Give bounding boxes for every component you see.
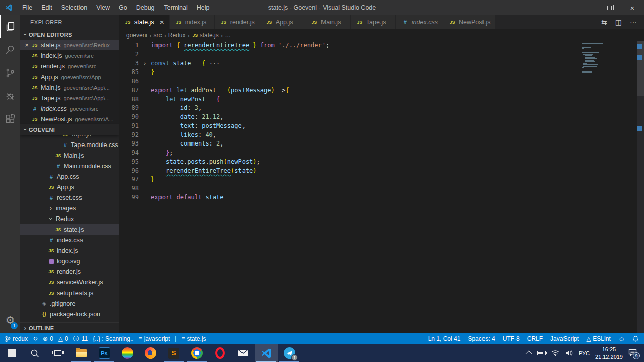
line-number[interactable]: 85 [119, 68, 139, 77]
tree-item-.gitignore[interactable]: ◈.gitignore [20, 298, 119, 309]
code-line[interactable]: 87export let addPost = (postMessage) =>{ [119, 86, 644, 95]
open-editor-item[interactable]: #index.cssgoeveni\src [20, 103, 119, 114]
open-editor-item[interactable]: JSTape.jsgoeveni\src\App\... [20, 93, 119, 103]
battery-icon[interactable] [537, 351, 546, 355]
line-number[interactable]: 92 [119, 131, 139, 140]
tree-item-logo.svg[interactable]: logo.svg [20, 256, 119, 266]
status-sync[interactable]: ↻ [33, 336, 38, 342]
project-folder-header[interactable]: › GOEVENI [20, 124, 119, 135]
taskbar-start[interactable] [0, 344, 23, 362]
tree-item-state.js[interactable]: JSstate.js [20, 224, 119, 235]
tab-app.js[interactable]: JSApp.js [260, 15, 305, 29]
line-number[interactable]: 3 [119, 59, 139, 68]
tab-index.js[interactable]: JSindex.js [170, 15, 215, 29]
tab-close-icon[interactable]: × [160, 18, 164, 26]
open-editor-item[interactable]: ×JSstate.jsgoeveni\src\Redux [20, 40, 119, 50]
menu-edit[interactable]: Edit [37, 0, 57, 15]
open-editor-item[interactable]: JSApp.jsgoeveni\src\App [20, 71, 119, 82]
search-icon[interactable] [0, 38, 20, 61]
line-number[interactable]: 87 [119, 86, 139, 95]
line-number[interactable]: 88 [119, 95, 139, 104]
line-number[interactable]: 1 [119, 41, 139, 50]
open-editor-item[interactable]: JSNewPost.jsgoeveni\src\A... [20, 114, 119, 124]
menu-file[interactable]: File [18, 0, 37, 15]
status-text[interactable]: Ln 1, Col 41 [428, 335, 461, 342]
code-line[interactable]: 2 [119, 50, 644, 59]
tab-index.css[interactable]: #index.css [396, 15, 443, 29]
tree-item-package.json[interactable]: {}package.json [20, 319, 119, 322]
line-number[interactable]: 98 [119, 184, 139, 193]
code-line[interactable]: 90 date: 21.12, [119, 113, 644, 122]
line-number[interactable]: 94 [119, 149, 139, 158]
scrollbar-track[interactable] [637, 41, 644, 333]
tree-folder-redux[interactable]: ›Redux [20, 213, 119, 224]
tree-item-main.js[interactable]: JSMain.js [20, 150, 119, 161]
status-bell[interactable] [632, 335, 639, 342]
line-number[interactable]: 91 [119, 122, 139, 131]
line-number[interactable]: 89 [119, 104, 139, 113]
settings-gear-icon[interactable]: ⚙1 [0, 310, 20, 330]
tray-expand-icon[interactable] [526, 351, 532, 357]
restore-button[interactable] [598, 0, 621, 15]
menu-terminal[interactable]: Terminal [159, 0, 192, 15]
source-control-icon[interactable] [0, 61, 20, 85]
tab-render.js[interactable]: JSrender.js [215, 15, 260, 29]
code-line[interactable]: 97} [119, 175, 644, 184]
line-number[interactable]: 90 [119, 113, 139, 122]
explorer-icon[interactable] [0, 15, 20, 38]
taskbar-photoshop[interactable]: Ps [93, 344, 116, 362]
status-text[interactable]: CRLF [527, 335, 543, 342]
code-line[interactable]: 88 let newPost = { [119, 95, 644, 104]
tab-tape.js[interactable]: JSTape.js [351, 15, 396, 29]
status-error-0[interactable]: ⊗0 [43, 335, 53, 342]
line-number[interactable]: 2 [119, 50, 139, 59]
breadcrumb-item[interactable]: JSstate.js [192, 32, 219, 39]
status-text[interactable]: Spaces: 4 [468, 335, 495, 342]
tab-newpost.js[interactable]: JSNewPost.js [443, 15, 496, 29]
tree-item-setuptests.js[interactable]: JSsetupTests.js [20, 287, 119, 298]
code-line[interactable]: 3›const state = { ··· [119, 59, 644, 68]
tree-item-index.js[interactable]: JSindex.js [20, 245, 119, 256]
breadcrumb-item[interactable]: Redux [168, 32, 186, 39]
tree-item-package-lock.json[interactable]: {}package-lock.json [20, 309, 119, 319]
taskbar-color-app[interactable] [116, 344, 139, 362]
extensions-icon[interactable] [0, 108, 20, 131]
debug-icon[interactable] [0, 85, 20, 108]
line-number[interactable]: 97 [119, 175, 139, 184]
code-line[interactable]: 94 }; [119, 149, 644, 158]
code-line[interactable]: 1import { rerenderEntireTree } from './.… [119, 41, 644, 50]
status-text[interactable]: JavaScript [550, 335, 579, 342]
menu-go[interactable]: Go [114, 0, 132, 15]
code-editor[interactable]: 1import { rerenderEntireTree } from './.… [119, 41, 644, 333]
breadcrumb-item[interactable]: … [225, 32, 231, 39]
code-line[interactable]: 95 state.posts.push(newPost); [119, 158, 644, 167]
tree-item-app.css[interactable]: #App.css [20, 171, 119, 182]
code-line[interactable]: 85} [119, 68, 644, 77]
tree-item-main.module.css[interactable]: #Main.module.css [20, 161, 119, 171]
open-changes-icon[interactable]: ⇆ [601, 19, 607, 26]
tree-item-serviceworker.js[interactable]: JSserviceWorker.js [20, 277, 119, 287]
line-number[interactable]: 86 [119, 77, 139, 86]
open-editor-item[interactable]: JSrender.jsgoeveni\src [20, 61, 119, 71]
taskbar-mail[interactable] [231, 344, 255, 362]
taskbar-telegram[interactable]: 1 [278, 344, 301, 362]
status-list-javascript[interactable]: ≡javascript [139, 335, 170, 342]
tree-item-render.js[interactable]: JSrender.js [20, 266, 119, 277]
status-smiley[interactable]: ☺ [618, 336, 625, 342]
open-editor-item[interactable]: JSMain.jsgoeveni\src\App\... [20, 82, 119, 93]
outline-header[interactable]: › OUTLINE [20, 322, 119, 333]
menu-help[interactable]: Help [192, 0, 214, 15]
volume-icon[interactable] [565, 350, 573, 356]
status-text[interactable]: UTF-8 [503, 335, 520, 342]
code-line[interactable]: 93 comments: 2, [119, 139, 644, 149]
status-text[interactable]: | [175, 335, 176, 342]
clock[interactable]: 16:25 21.12.2019 [595, 346, 623, 360]
tab-state.js[interactable]: JSstate.js× [119, 15, 170, 29]
line-number[interactable]: 93 [119, 139, 139, 149]
code-line[interactable]: 86 [119, 77, 644, 86]
tree-item-tape.module.css[interactable]: #Tape.module.css [20, 139, 119, 150]
menu-debug[interactable]: Debug [132, 0, 159, 15]
action-center-icon[interactable]: 9 [628, 349, 637, 357]
minimap[interactable] [581, 42, 604, 73]
taskbar-sublime[interactable]: S [162, 344, 185, 362]
